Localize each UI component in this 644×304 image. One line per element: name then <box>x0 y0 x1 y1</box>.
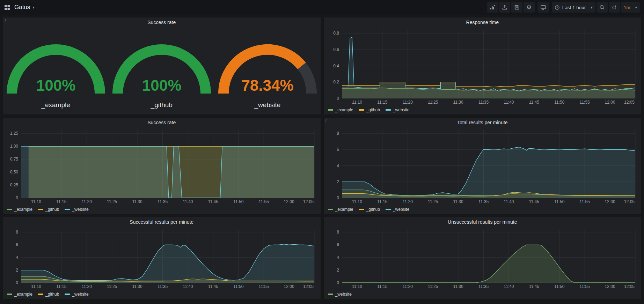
legend-series-name: _github <box>366 207 380 212</box>
x-tick-label: 11:25 <box>428 100 438 105</box>
chart-svg: 00.250.500.751.001.2511:1011:1511:2011:2… <box>5 127 319 205</box>
add-panel-button[interactable] <box>487 2 498 13</box>
refresh-interval-picker[interactable]: 1m ▾ <box>621 2 640 13</box>
series-area-website <box>342 245 635 283</box>
add-panel-icon <box>490 5 495 10</box>
success-rate-chart[interactable]: 00.250.500.751.001.2511:1011:1511:2011:2… <box>5 127 319 205</box>
dashboard-grid: iSuccess rate100%_example100%_github78.3… <box>0 15 644 302</box>
refresh-icon <box>612 5 617 10</box>
panel-title[interactable]: Total results per minute <box>324 118 642 127</box>
panel-title[interactable]: Success rate <box>3 17 321 27</box>
x-tick-label: 11:30 <box>453 199 463 204</box>
time-range-picker[interactable]: Last 1 hour ▾ <box>552 2 595 13</box>
y-tick-label: 2 <box>337 268 339 273</box>
zoom-out-button[interactable] <box>597 2 608 13</box>
legend-item-website[interactable]: _website <box>386 107 409 112</box>
legend-item-example[interactable]: _example <box>328 107 353 112</box>
panel-response-time-1: Response time00.20.40.60.811:1011:1511:2… <box>323 17 642 115</box>
x-tick-label: 12:05 <box>303 284 314 289</box>
unsuccessful-results-per-minute-chart[interactable]: 0246811:1011:1511:2011:2511:3011:3511:40… <box>326 227 639 290</box>
legend-series-name: _website <box>335 292 352 297</box>
y-tick-label: 0 <box>337 280 339 285</box>
panel-success-rate-0: iSuccess rate100%_example100%_github78.3… <box>2 17 321 115</box>
panel-title[interactable]: Successful results per minute <box>3 217 321 227</box>
x-tick-label: 12:05 <box>624 199 634 204</box>
y-tick-label: 0.75 <box>10 157 19 162</box>
panel-info-icon[interactable]: i <box>5 18 6 23</box>
successful-results-per-minute-chart[interactable]: 0246811:1011:1511:2011:2511:3011:3511:40… <box>5 227 319 290</box>
x-tick-label: 11:50 <box>233 199 243 204</box>
y-tick-label: 0.25 <box>10 183 19 187</box>
gauge-website: 78.34%_website <box>215 27 320 109</box>
legend-series-name: _github <box>45 207 59 212</box>
legend-item-website[interactable]: _website <box>65 207 88 212</box>
legend-item-website[interactable]: _website <box>328 292 352 297</box>
legend-series-name: _example <box>335 107 353 112</box>
save-dashboard-button[interactable] <box>511 2 522 13</box>
share-icon <box>502 5 507 10</box>
x-tick-label: 11:20 <box>402 100 412 105</box>
legend-item-example[interactable]: _example <box>7 292 32 297</box>
x-tick-label: 11:55 <box>259 199 269 204</box>
refresh-interval-label: 1m <box>624 5 630 10</box>
apps-grid-icon[interactable] <box>4 5 10 10</box>
x-tick-label: 11:20 <box>82 199 92 204</box>
x-tick-label: 11:50 <box>554 199 564 204</box>
gauges-row: 100%_example100%_github78.34%_website <box>3 27 321 114</box>
gauge-arc: 100% <box>3 27 108 101</box>
x-tick-label: 12:05 <box>624 100 634 105</box>
legend-item-github[interactable]: _github <box>359 107 380 112</box>
x-tick-label: 11:10 <box>352 199 362 204</box>
x-tick-label: 11:55 <box>579 284 590 289</box>
x-tick-label: 11:55 <box>259 284 269 289</box>
dashboard-settings-button[interactable]: ⚙ <box>524 2 535 13</box>
x-tick-label: 11:45 <box>208 199 218 204</box>
total-results-per-minute-chart[interactable]: 0246811:1011:1511:2011:2511:3011:3511:40… <box>326 127 639 205</box>
gauge-label: _website <box>254 101 280 109</box>
x-tick-label: 12:00 <box>605 284 615 289</box>
legend-item-github[interactable]: _github <box>38 207 59 212</box>
cycle-view-mode-button[interactable] <box>537 2 549 13</box>
x-tick-label: 11:15 <box>377 284 387 289</box>
y-tick-label: 6 <box>337 147 339 152</box>
panel-info-icon[interactable]: i <box>325 118 327 124</box>
refresh-button[interactable] <box>609 2 620 13</box>
y-tick-label: 8 <box>16 230 18 235</box>
x-tick-label: 12:05 <box>624 284 634 289</box>
x-tick-label: 11:20 <box>402 284 412 289</box>
legend: _example_github_website <box>7 207 89 212</box>
tv-icon <box>540 5 546 10</box>
legend-swatch <box>359 209 364 210</box>
legend-item-example[interactable]: _example <box>328 207 353 212</box>
panel-successful-results-per-minute-4: Successful results per minute0246811:101… <box>2 217 321 299</box>
share-dashboard-button[interactable] <box>499 2 510 13</box>
legend-item-website[interactable]: _website <box>65 292 88 297</box>
y-tick-label: 1.25 <box>10 131 19 136</box>
x-tick-label: 11:40 <box>183 199 193 204</box>
x-tick-label: 11:30 <box>453 284 463 289</box>
legend-series-name: _example <box>335 207 353 212</box>
x-tick-label: 11:30 <box>132 199 142 204</box>
x-tick-label: 11:35 <box>478 100 488 105</box>
x-tick-label: 11:30 <box>453 100 463 105</box>
legend-series-name: _example <box>14 292 32 297</box>
clock-icon <box>555 5 560 10</box>
panel-title[interactable]: Unsuccessful results per minute <box>324 217 642 227</box>
response-time-chart[interactable]: 00.20.40.60.811:1011:1511:2011:2511:3011… <box>326 27 639 105</box>
dashboard-title[interactable]: Gatus <box>14 4 30 11</box>
x-tick-label: 11:45 <box>529 284 539 289</box>
legend-item-website[interactable]: _website <box>386 207 409 212</box>
legend-series-name: _website <box>72 207 88 212</box>
legend-item-github[interactable]: _github <box>38 292 59 297</box>
x-tick-label: 11:35 <box>478 284 488 289</box>
chart-svg: 0246811:1011:1511:2011:2511:3011:3511:40… <box>326 227 639 290</box>
legend-item-github[interactable]: _github <box>359 207 380 212</box>
legend-series-name: _github <box>45 292 59 297</box>
panel-title[interactable]: Response time <box>324 17 642 27</box>
panel-title[interactable]: Success rate <box>3 118 321 127</box>
x-tick-label: 11:30 <box>132 284 142 289</box>
legend-item-example[interactable]: _example <box>7 207 32 212</box>
navbar: Gatus ▾ <box>0 0 644 15</box>
legend: _example_github_website <box>328 107 410 113</box>
x-tick-label: 11:50 <box>554 100 564 105</box>
